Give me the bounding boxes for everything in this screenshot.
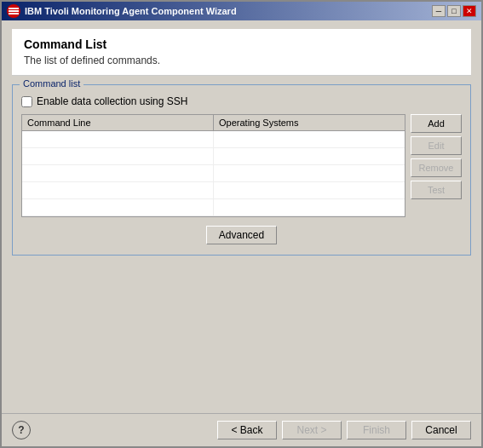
svg-rect-0 [9,8,19,9]
ssh-checkbox-label: Enable data collection using SSH [37,95,187,107]
add-button[interactable]: Add [411,114,462,133]
close-button[interactable]: ✕ [463,5,476,17]
ssh-checkbox-row: Enable data collection using SSH [21,95,462,107]
table-area: Command Line Operating Systems [21,114,462,217]
col-operating-systems: Operating Systems [214,115,405,130]
window-title: IBM Tivoli Monitoring Agent Component Wi… [25,6,237,16]
page-header: Command List The list of defined command… [12,29,471,76]
table-row [22,131,405,148]
command-list-group: Command list Enable data collection usin… [12,84,471,256]
advanced-row: Advanced [21,226,462,244]
remove-button[interactable]: Remove [411,158,462,177]
table-row [22,165,405,182]
footer-buttons: < Back Next > Finish Cancel [217,421,471,439]
table-cell-os-5 [214,199,405,215]
edit-button[interactable]: Edit [411,136,462,155]
table-cell-cmd-4 [22,182,214,198]
page-subtitle: The list of defined commands. [24,55,459,66]
table-cell-os-1 [214,131,405,147]
spacer [12,264,471,405]
table-header: Command Line Operating Systems [22,115,405,131]
window-controls: ─ □ ✕ [432,5,476,17]
minimize-button[interactable]: ─ [432,5,446,17]
title-bar: IBM Tivoli Monitoring Agent Component Wi… [2,2,481,20]
table-cell-os-2 [214,148,405,164]
finish-button[interactable]: Finish [347,421,406,439]
table-cell-os-4 [214,182,405,198]
title-bar-left: IBM Tivoli Monitoring Agent Component Wi… [7,4,237,18]
footer-left: ? [12,421,31,439]
ibm-icon [7,4,20,18]
maximize-button[interactable]: □ [447,5,461,17]
table-cell-cmd-5 [22,199,214,215]
test-button[interactable]: Test [411,181,462,199]
ssh-checkbox[interactable] [21,96,32,107]
group-legend: Command list [20,78,83,89]
table-cell-cmd-1 [22,131,214,147]
help-button[interactable]: ? [12,421,31,439]
table-row [22,148,405,165]
svg-rect-1 [9,10,19,12]
next-button[interactable]: Next > [282,421,342,439]
footer: ? < Back Next > Finish Cancel [2,413,481,446]
table-cell-cmd-2 [22,148,214,164]
table-row [22,182,405,199]
command-table: Command Line Operating Systems [21,114,405,217]
col-command-line: Command Line [22,115,214,130]
table-body [22,131,405,216]
advanced-button[interactable]: Advanced [206,226,277,244]
back-button[interactable]: < Back [217,421,277,439]
cancel-button[interactable]: Cancel [411,421,471,439]
table-cell-cmd-3 [22,165,214,181]
table-row [22,199,405,216]
side-buttons: Add Edit Remove Test [411,114,462,217]
table-cell-os-3 [214,165,405,181]
main-window: IBM Tivoli Monitoring Agent Component Wi… [0,0,483,448]
main-content: Command List The list of defined command… [2,20,481,413]
svg-rect-2 [9,13,19,14]
page-title: Command List [24,37,459,51]
